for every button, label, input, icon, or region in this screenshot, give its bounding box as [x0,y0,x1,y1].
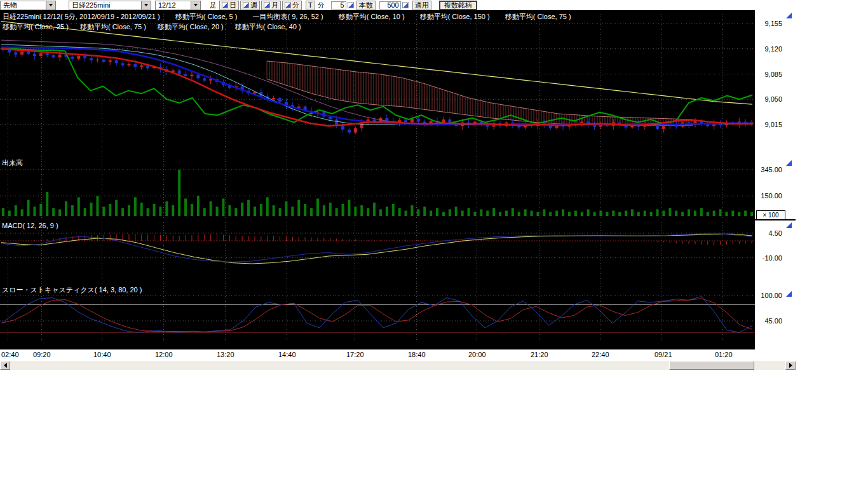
scroll-left-icon [4,363,7,368]
timeframe-week-icon [243,2,249,8]
panel-scale-arrow-icon[interactable] [786,291,792,297]
dropdown-arrow-icon[interactable] [191,1,200,10]
tick-chart-label: T [308,1,313,9]
time-axis-label: 02:40 [1,351,19,358]
scrollbar-track[interactable] [10,361,785,370]
timeframe-minute-button[interactable]: 分 [282,1,302,10]
timeframe-day-button[interactable]: 日 [219,1,239,10]
minute-count-input[interactable] [331,1,346,10]
scroll-left-button[interactable] [0,361,10,370]
timeframe-minute-label: 分 [292,1,299,10]
macd-tick-label: -10.00 [756,254,782,262]
time-axis-label: 18:40 [408,351,426,358]
symbol-dropdown[interactable]: 日経225mini [69,1,151,10]
time-axis-label: 09/21 [654,351,672,358]
time-axis-label: 22:40 [592,351,609,358]
timeframe-month-label: 月 [271,1,278,10]
timeframe-day-icon [222,2,228,8]
scrollbar-thumb[interactable] [669,361,754,370]
price-tick-label: 9,015 [756,121,782,128]
multi-symbol-button[interactable]: 複数銘柄 [439,1,477,10]
stoch-tick-label: 45.00 [756,317,782,325]
bar-count-input[interactable] [379,1,401,10]
time-axis-label: 17:20 [346,351,364,358]
volume-tick-label: 150.00 [756,192,782,200]
tick-chart-button[interactable]: T [306,1,315,10]
horizontal-scrollbar[interactable] [0,361,796,370]
chart-area: 日経225mini 12/12( 5分, 2012/09/19 - 2012/0… [0,10,796,371]
symbol-value: 日経225mini [69,1,141,10]
timeframe-day-label: 日 [229,1,236,10]
volume-scale-badge: × 100 [756,210,785,220]
panel-scale-arrow-icon[interactable] [786,160,792,166]
apply-label: 適用 [415,1,429,10]
contract-month-value: 12/12 [156,1,191,10]
time-axis-label: 12:00 [155,351,173,358]
price-tick-label: 9,120 [756,45,782,53]
apply-button[interactable]: 適用 [412,1,431,10]
scroll-right-button[interactable] [785,361,796,370]
dropdown-arrow-icon[interactable] [46,1,55,10]
time-axis-label: 09:20 [33,351,51,358]
minute-spinner-icon[interactable] [348,2,354,8]
minute-unit-label: 分 [316,1,326,10]
multi-symbol-label: 複数銘柄 [444,1,472,10]
panel-scale-arrow-icon[interactable] [786,222,792,228]
timeframe-week-button[interactable]: 週 [240,1,260,10]
price-tick-label: 9,050 [756,95,782,103]
panel-scale-arrow-icon[interactable] [786,13,792,18]
panel-separator [0,219,796,220]
time-axis: 02:4009:2010:4012:0013:2014:4017:2018:40… [0,349,756,360]
time-axis-label: 10:40 [93,351,111,358]
timeframe-month-icon [264,2,270,8]
stoch-tick-label: 100.00 [756,292,782,299]
time-axis-label: 20:00 [468,351,486,358]
bar-count-spinner-icon[interactable] [402,2,409,8]
chart-canvas[interactable] [0,10,755,349]
dropdown-arrow-icon[interactable] [141,1,151,10]
price-tick-label: 9,085 [756,71,782,78]
timeframe-week-label: 週 [250,1,257,10]
scroll-right-icon [789,363,792,368]
bar-type-label: 足 [208,1,218,10]
timeframe-minute-icon [285,2,291,8]
time-axis-label: 01:20 [715,351,733,358]
time-axis-label: 21:20 [531,351,548,358]
price-tick-label: 9,155 [756,20,782,27]
macd-tick-label: 4.50 [756,229,782,237]
contract-month-dropdown[interactable]: 12/12 [155,1,201,10]
instrument-type-dropdown[interactable]: 先物 [0,1,56,10]
value-axis: 9,1559,1209,0859,0509,015345.00150.004.5… [756,10,796,349]
bar-count-button[interactable]: 本数 [356,1,376,10]
volume-tick-label: 345.00 [756,166,782,173]
toolbar: 先物 日経225mini 12/12 足 日 週 月 分 T [0,0,868,10]
bar-count-label: 本数 [359,1,373,10]
timeframe-month-button[interactable]: 月 [261,1,281,10]
time-axis-label: 14:40 [278,351,296,358]
time-axis-label: 13:20 [217,351,234,358]
instrument-type-value: 先物 [1,1,46,10]
